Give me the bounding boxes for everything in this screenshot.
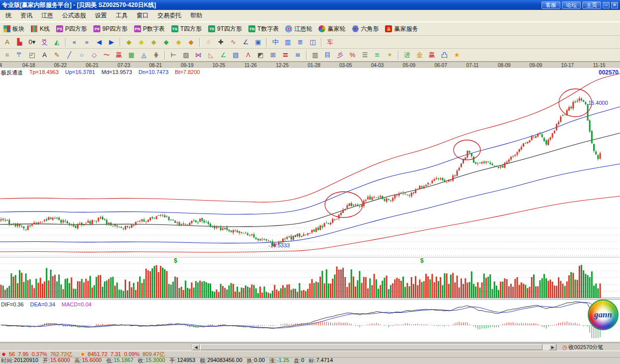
hatch-box-tool[interactable]: ▨	[180, 50, 192, 60]
panel-tool[interactable]: ▥	[310, 50, 321, 60]
scrollbar-thumb[interactable]	[200, 344, 542, 350]
toolbar-item-7[interactable]: TNT数字表	[246, 24, 283, 34]
strokes-tool[interactable]: 彡	[334, 50, 346, 60]
diamond-tool-5[interactable]: ◆	[173, 37, 184, 47]
toolbar-item-6[interactable]: T99T四方形	[206, 24, 246, 34]
diamond-shape-tool[interactable]: ◇	[88, 50, 100, 60]
region-select-tool[interactable]: ◰	[26, 50, 38, 60]
delta-chart-tool[interactable]: ◭	[51, 37, 63, 47]
gann-angles-tool[interactable]: A	[1, 37, 13, 47]
scale-zero-dropdown[interactable]: 0▾	[26, 37, 38, 47]
toolbar-item-8[interactable]: 江恩轮	[283, 24, 316, 34]
angle-tool[interactable]: ∠	[240, 37, 251, 47]
homepage-button[interactable]: 主页	[582, 1, 601, 9]
pencil-tool[interactable]: ✎	[51, 50, 63, 60]
grid-hash-tool[interactable]: ⌗	[1, 50, 13, 60]
chart-area[interactable]: 15.4000-10.5333$$ 极反通道Tp=18.4963Up=16.37…	[0, 68, 620, 343]
volume-bar	[56, 282, 58, 298]
customer-service-button[interactable]: 客服	[542, 1, 560, 9]
nav-last-button[interactable]: »	[81, 37, 92, 47]
scroll-right-button[interactable]: ▶	[549, 344, 556, 350]
bump-tool[interactable]: 凸	[439, 50, 450, 60]
horizontal-scrollbar[interactable]: ◀ ▶	[192, 344, 557, 351]
menu-item-7[interactable]: 交易委托	[153, 10, 186, 21]
scroll-left-button[interactable]: ◀	[192, 344, 200, 350]
toolbar-item-3[interactable]: P99P四方形	[91, 24, 132, 34]
enter-green-tool[interactable]: 进	[401, 50, 413, 60]
minimize-button[interactable]: ─	[603, 2, 610, 8]
diamond-tool-6[interactable]: ◆	[185, 37, 197, 47]
tick-data-label[interactable]: ◷ 收002570分笔	[562, 344, 603, 351]
bar-panel-tool[interactable]: ▥	[282, 37, 294, 47]
pillars-tool[interactable]: ⋕	[151, 50, 162, 60]
menu-item-6[interactable]: 窗口	[132, 10, 153, 21]
wedge-tool[interactable]: ◺	[205, 50, 217, 60]
cross-tool[interactable]: ✚	[215, 37, 227, 47]
angle2-tool[interactable]: ∠	[218, 50, 229, 60]
list-panel-tool[interactable]: ≣	[295, 37, 306, 47]
menu-item-8[interactable]: 帮助	[186, 10, 207, 21]
close-button[interactable]: ✕	[611, 2, 618, 8]
menu-item-5[interactable]: 工具	[111, 10, 132, 21]
win-char-tool[interactable]: 赢	[113, 50, 125, 60]
macd-value-1: DEA=0.34	[30, 301, 55, 307]
lambda-tool[interactable]: Λ	[242, 50, 254, 60]
gann-grid-tool[interactable]: 爻	[39, 37, 50, 47]
percent-tool[interactable]: %	[347, 50, 358, 60]
plus-box-tool[interactable]: ⊞	[267, 50, 279, 60]
wave-tool[interactable]: ∿	[228, 37, 239, 47]
equals-tool[interactable]: 〓	[280, 50, 291, 60]
grid-fill-tool[interactable]: ▦	[126, 50, 137, 60]
approx-tool[interactable]: ≌	[372, 50, 383, 60]
bracket-tool[interactable]: ⊢	[168, 50, 179, 60]
waves-tool[interactable]: ≋	[292, 50, 304, 60]
circle-tool[interactable]: ○	[76, 50, 87, 60]
star2-tool[interactable]: ★	[451, 50, 463, 60]
toolbar-item-4[interactable]: PNP数字表	[132, 24, 169, 34]
toolbar-item-2[interactable]: PSP四方形	[54, 24, 91, 34]
bowtie-tool[interactable]: ⋈	[193, 50, 204, 60]
toolbar-item-9[interactable]: 赢家轮	[316, 24, 349, 34]
gold-tool[interactable]: 金	[414, 50, 425, 60]
toolbar-item-1[interactable]: K线	[28, 24, 54, 34]
hand-tool[interactable]: ☝	[203, 37, 214, 47]
save-layout-tool[interactable]: ◫	[307, 37, 318, 47]
center-window-tool[interactable]: 中	[270, 37, 281, 47]
triangle-tool[interactable]: ◬	[138, 50, 150, 60]
volume-bar	[446, 274, 448, 298]
scrollbar-track[interactable]	[200, 344, 549, 350]
toolbar-item-11[interactable]: 赢赢家服务	[383, 24, 422, 34]
half-box-tool[interactable]: ◩	[255, 50, 266, 60]
line-tool[interactable]: ╱	[64, 50, 75, 60]
mini-kline-tool[interactable]: ▙	[14, 37, 25, 47]
rows-tool[interactable]: ▤	[230, 50, 241, 60]
kline-chart-svg[interactable]: 15.4000-10.5333$$	[0, 68, 620, 343]
diamond-tool-4[interactable]: ◆	[160, 37, 172, 47]
post-tool[interactable]: 〒	[14, 50, 25, 60]
menu-item-2[interactable]: 江恩	[37, 10, 58, 21]
nav-first-button[interactable]: «	[69, 37, 80, 47]
frame-tool[interactable]: ▣	[252, 37, 264, 47]
candle-body	[245, 233, 246, 233]
eye-grid-tool[interactable]: 目	[322, 50, 333, 60]
star-tool[interactable]: ✦	[384, 50, 395, 60]
nav-prev-button[interactable]: ◀	[93, 37, 105, 47]
menu-item-0[interactable]: 统	[1, 10, 16, 21]
forum-button[interactable]: 论坛	[562, 1, 581, 9]
diamond-tool-3[interactable]: ◆	[148, 37, 159, 47]
toolbar-item-5[interactable]: TST四方形	[169, 24, 206, 34]
candle-body	[512, 156, 514, 156]
menu-item-3[interactable]: 公式选股	[58, 10, 90, 21]
squiggle-tool[interactable]: 〜	[101, 50, 112, 60]
menu-item-4[interactable]: 设置	[90, 10, 111, 21]
toolbar-item-0[interactable]: 板块	[1, 24, 28, 34]
menu-item-1[interactable]: 资讯	[16, 10, 37, 21]
nav-next-button[interactable]: ▶	[106, 37, 117, 47]
diamond-tool-2[interactable]: ◆	[136, 37, 147, 47]
toolbar-item-10[interactable]: 六角形	[349, 24, 383, 34]
win-red-tool[interactable]: 赢	[426, 50, 438, 60]
cart-tool[interactable]: 车	[324, 37, 336, 47]
lines-stack-tool[interactable]: ☰	[359, 50, 371, 60]
text-tool[interactable]: A	[39, 50, 50, 60]
diamond-tool-1[interactable]: ◆	[123, 37, 135, 47]
